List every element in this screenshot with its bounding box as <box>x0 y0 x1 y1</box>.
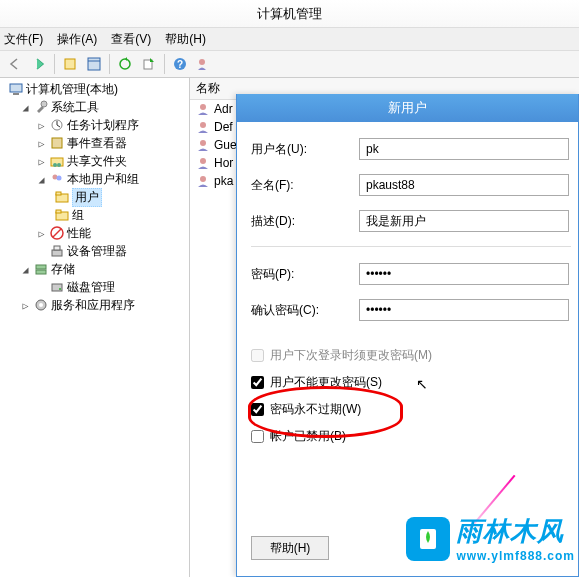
checkbox-account-disabled[interactable] <box>251 430 264 443</box>
user-icon <box>196 120 210 134</box>
svg-point-33 <box>200 122 206 128</box>
svg-point-17 <box>57 176 62 181</box>
menu-view[interactable]: 查看(V) <box>111 31 151 48</box>
username-field[interactable] <box>359 138 569 160</box>
checkbox-change-next-login <box>251 349 264 362</box>
services-icon <box>33 297 49 313</box>
checkbox-never-expire[interactable] <box>251 403 264 416</box>
svg-rect-13 <box>51 158 63 166</box>
storage-icon <box>33 261 49 277</box>
checkbox-change-next-login-label: 用户下次登录时须更改密码(M) <box>270 347 432 364</box>
menu-bar: 文件(F) 操作(A) 查看(V) 帮助(H) <box>0 28 579 50</box>
username-label: 用户名(U): <box>251 141 359 158</box>
device-icon <box>49 243 65 259</box>
svg-line-23 <box>53 229 61 237</box>
tree-users[interactable]: 用户 <box>0 188 189 206</box>
svg-rect-21 <box>56 210 61 213</box>
user-icon <box>196 156 210 170</box>
user-icon <box>196 174 210 188</box>
watermark-logo-icon <box>406 517 450 561</box>
confirm-password-field[interactable] <box>359 299 569 321</box>
svg-point-3 <box>120 59 130 69</box>
new-user-dialog: 新用户 用户名(U): 全名(F): 描述(D): 密码(P): 确认密码(C)… <box>236 94 579 577</box>
tree-shared-folders[interactable]: ▷共享文件夹 <box>0 152 189 170</box>
users-icon <box>49 171 65 187</box>
watermark-url: www.ylmf888.com <box>456 549 575 563</box>
tree-system-tools[interactable]: ◢系统工具 <box>0 98 189 116</box>
tree-services-apps[interactable]: ▷服务和应用程序 <box>0 296 189 314</box>
checkbox-never-expire-label: 密码永不过期(W) <box>270 401 361 418</box>
folder-icon <box>54 189 70 205</box>
svg-rect-24 <box>52 250 62 256</box>
tree-local-users-groups[interactable]: ◢本地用户和组 <box>0 170 189 188</box>
svg-rect-1 <box>88 58 100 70</box>
forward-button[interactable] <box>28 53 50 75</box>
tree-root[interactable]: 计算机管理(本地) <box>0 80 189 98</box>
checkbox-cannot-change-label: 用户不能更改密码(S) <box>270 374 382 391</box>
tree-task-scheduler[interactable]: ▷任务计划程序 <box>0 116 189 134</box>
svg-rect-26 <box>36 265 46 269</box>
disk-icon <box>49 279 65 295</box>
checkbox-cannot-change[interactable] <box>251 376 264 389</box>
tree-groups[interactable]: 组 <box>0 206 189 224</box>
shared-folder-icon <box>49 153 65 169</box>
svg-rect-9 <box>13 93 19 95</box>
svg-point-14 <box>53 163 57 167</box>
user-icon <box>196 102 210 116</box>
svg-point-7 <box>199 59 205 65</box>
svg-rect-25 <box>54 246 60 250</box>
folder-icon <box>54 207 70 223</box>
svg-point-32 <box>200 104 206 110</box>
tree-event-viewer[interactable]: ▷事件查看器 <box>0 134 189 152</box>
svg-rect-12 <box>52 138 62 148</box>
tree-device-manager[interactable]: 设备管理器 <box>0 242 189 260</box>
watermark: 雨林木风 www.ylmf888.com <box>406 514 575 563</box>
confirm-password-label: 确认密码(C): <box>251 302 359 319</box>
svg-rect-8 <box>10 84 22 92</box>
clock-icon <box>49 117 65 133</box>
svg-rect-0 <box>65 59 75 69</box>
checkbox-account-disabled-label: 帐户已禁用(B) <box>270 428 346 445</box>
password-field[interactable] <box>359 263 569 285</box>
performance-icon <box>49 225 65 241</box>
tree-performance[interactable]: ▷性能 <box>0 224 189 242</box>
help-button[interactable]: 帮助(H) <box>251 536 329 560</box>
refresh-button[interactable] <box>114 53 136 75</box>
tree-disk-management[interactable]: 磁盘管理 <box>0 278 189 296</box>
help-button[interactable]: ? <box>169 53 191 75</box>
svg-point-29 <box>59 288 61 290</box>
svg-text:?: ? <box>177 59 183 70</box>
toolbar: ? <box>0 50 579 78</box>
password-label: 密码(P): <box>251 266 359 283</box>
svg-point-35 <box>200 158 206 164</box>
user-icon <box>196 138 210 152</box>
svg-rect-28 <box>52 284 62 291</box>
tree-storage[interactable]: ◢存储 <box>0 260 189 278</box>
menu-help[interactable]: 帮助(H) <box>165 31 206 48</box>
svg-point-34 <box>200 140 206 146</box>
description-field[interactable] <box>359 210 569 232</box>
properties-button[interactable] <box>83 53 105 75</box>
svg-rect-27 <box>36 270 46 274</box>
back-button[interactable] <box>4 53 26 75</box>
fullname-field[interactable] <box>359 174 569 196</box>
watermark-text: 雨林木风 <box>456 514 575 549</box>
wrench-icon <box>33 99 49 115</box>
fullname-label: 全名(F): <box>251 177 359 194</box>
svg-point-10 <box>41 101 47 107</box>
svg-point-15 <box>57 163 61 167</box>
navigation-tree: 计算机管理(本地) ◢系统工具 ▷任务计划程序 ▷事件查看器 ▷共享文件夹 ◢本… <box>0 78 190 577</box>
description-label: 描述(D): <box>251 213 359 230</box>
export-button[interactable] <box>138 53 160 75</box>
window-title: 计算机管理 <box>0 0 579 28</box>
menu-action[interactable]: 操作(A) <box>57 31 97 48</box>
computer-icon <box>8 81 24 97</box>
new-item-button[interactable] <box>59 53 81 75</box>
event-icon <box>49 135 65 151</box>
add-user-button[interactable] <box>193 53 215 75</box>
menu-file[interactable]: 文件(F) <box>4 31 43 48</box>
svg-point-31 <box>39 303 43 307</box>
dialog-title: 新用户 <box>237 94 578 122</box>
svg-point-36 <box>200 176 206 182</box>
svg-rect-19 <box>56 192 61 195</box>
